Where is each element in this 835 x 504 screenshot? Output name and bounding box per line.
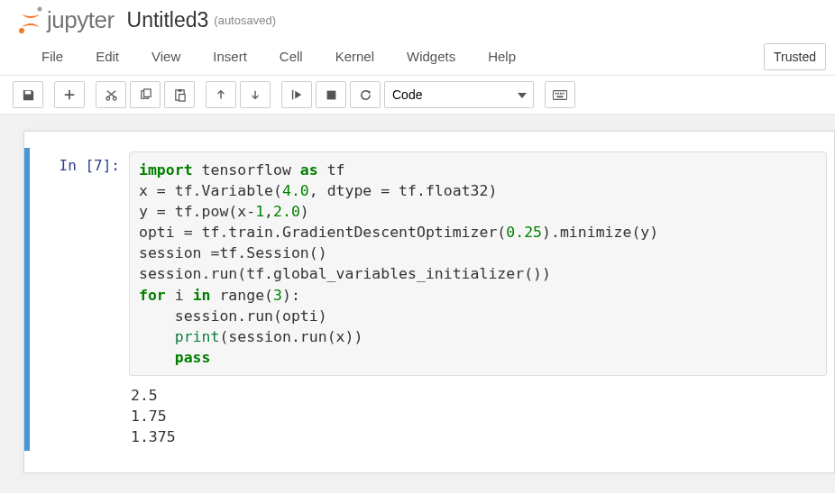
save-icon [22, 88, 35, 102]
jupyter-logo[interactable]: jupyter [16, 5, 115, 34]
code-cell[interactable]: In [7]: import tensorflow as tf x = tf.V… [24, 148, 834, 451]
paste-icon [173, 88, 187, 102]
paste-button[interactable] [164, 81, 195, 108]
restart-button[interactable] [350, 81, 381, 108]
notebook-container: In [7]: import tensorflow as tf x = tf.V… [0, 115, 835, 493]
run-icon [290, 88, 303, 101]
menu-view[interactable]: View [135, 41, 197, 71]
plus-icon [63, 88, 76, 101]
arrow-down-icon [249, 88, 262, 101]
arrow-up-icon [215, 88, 227, 101]
svg-point-0 [38, 7, 42, 12]
jupyter-icon [16, 5, 45, 34]
svg-rect-14 [563, 92, 564, 94]
trusted-indicator[interactable]: Trusted [764, 43, 826, 70]
interrupt-button[interactable] [316, 81, 346, 108]
logo-text: jupyter [47, 6, 115, 34]
svg-point-3 [113, 96, 116, 100]
toolbar: Code [0, 76, 835, 115]
svg-rect-10 [553, 90, 566, 99]
scissors-icon [105, 88, 118, 102]
menu-bar: File Edit View Insert Cell Kernel Widget… [0, 38, 835, 76]
stop-icon [326, 89, 337, 101]
menu-insert[interactable]: Insert [197, 41, 263, 71]
header: jupyter Untitled3 (autosaved) [0, 0, 835, 38]
code-input[interactable]: import tensorflow as tf x = tf.Variable(… [129, 151, 827, 376]
autosave-status: (autosaved) [214, 14, 276, 27]
cell-body: import tensorflow as tf x = tf.Variable(… [129, 151, 834, 447]
menu-kernel[interactable]: Kernel [319, 41, 390, 71]
menu-edit[interactable]: Edit [79, 41, 135, 71]
svg-rect-7 [178, 88, 181, 91]
move-down-button[interactable] [240, 81, 271, 108]
svg-rect-13 [560, 92, 562, 94]
cell-output: 2.5 1.75 1.375 [129, 376, 827, 447]
svg-rect-11 [555, 92, 557, 94]
menu-help[interactable]: Help [472, 41, 532, 71]
cell-type-select[interactable]: Code [384, 81, 534, 108]
svg-rect-5 [143, 88, 151, 96]
svg-rect-15 [556, 96, 563, 97]
copy-button[interactable] [130, 81, 161, 108]
refresh-icon [359, 88, 372, 102]
command-palette-button[interactable] [545, 81, 575, 108]
svg-point-1 [19, 28, 24, 33]
move-up-button[interactable] [206, 81, 236, 108]
notebook-title[interactable]: Untitled3 [127, 8, 209, 32]
notebook: In [7]: import tensorflow as tf x = tf.V… [23, 131, 835, 473]
svg-rect-12 [557, 92, 559, 94]
svg-rect-9 [326, 90, 335, 99]
svg-point-2 [106, 96, 109, 100]
cut-button[interactable] [96, 81, 126, 108]
svg-rect-8 [179, 94, 185, 101]
save-button[interactable] [13, 81, 43, 108]
menu-widgets[interactable]: Widgets [390, 41, 472, 71]
menu-cell[interactable]: Cell [263, 41, 319, 71]
menu-file[interactable]: File [25, 41, 79, 71]
input-prompt: In [7]: [30, 151, 129, 447]
keyboard-icon [553, 89, 567, 101]
run-button[interactable] [281, 81, 312, 108]
add-cell-button[interactable] [54, 81, 85, 108]
copy-icon [139, 88, 152, 102]
